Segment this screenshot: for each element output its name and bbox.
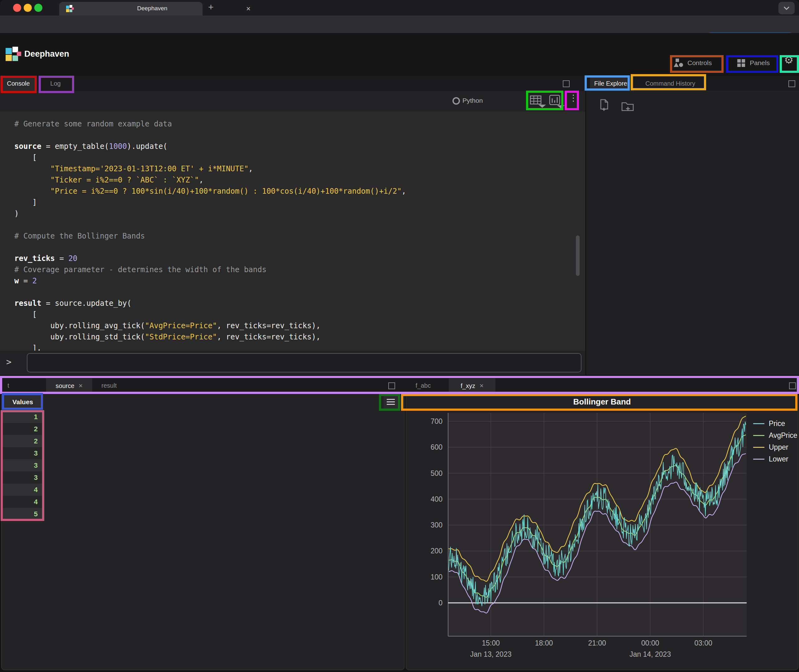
- python-label: Python: [462, 97, 483, 104]
- svg-text:200: 200: [431, 547, 443, 555]
- svg-text:00:00: 00:00: [641, 639, 659, 647]
- legend-item-avgprice[interactable]: AvgPrice: [753, 429, 797, 441]
- svg-text:03:00: 03:00: [694, 639, 712, 647]
- legend-item-upper[interactable]: Upper: [753, 441, 797, 453]
- tab-source-close-icon[interactable]: ×: [79, 382, 83, 390]
- console-prompt: >: [6, 357, 11, 367]
- files-tabstrip: File Explorer Command History: [586, 76, 799, 91]
- svg-text:0: 0: [438, 599, 443, 607]
- code-editor[interactable]: # Generate some random example data sour…: [0, 112, 585, 350]
- window-close-button[interactable]: [13, 4, 21, 12]
- table-row[interactable]: 4: [3, 496, 43, 508]
- code-content: # Generate some random example data sour…: [14, 118, 406, 350]
- app-logo: [6, 47, 21, 62]
- panels-label: Panels: [750, 59, 770, 67]
- console-tabstrip: Console Log: [0, 76, 585, 91]
- values-table-panel: Values 122333445: [1, 393, 404, 670]
- table-row[interactable]: 3: [3, 459, 43, 472]
- tab-f-xyz-label: f_xyz: [460, 382, 475, 389]
- svg-text:18:00: 18:00: [535, 639, 553, 647]
- table-row[interactable]: 3: [3, 472, 43, 483]
- svg-text:21:00: 21:00: [588, 639, 606, 647]
- legend-label: Lower: [769, 455, 788, 463]
- chevron-down-icon: [785, 7, 789, 10]
- legend-swatch: [753, 435, 764, 436]
- window-titlebar: Deephaven × +: [0, 0, 799, 16]
- new-file-button[interactable]: [599, 99, 610, 112]
- tab-t[interactable]: t: [0, 378, 40, 393]
- tab-result[interactable]: result: [93, 378, 125, 393]
- files-maximize-icon[interactable]: [788, 80, 795, 87]
- console-input[interactable]: [27, 353, 581, 373]
- new-tab-button[interactable]: +: [208, 2, 214, 13]
- svg-text:Jan 13, 2023: Jan 13, 2023: [470, 650, 511, 658]
- console-input-row: >: [0, 350, 585, 375]
- browser-toolbar: ← → localhost:10000/ide/ E Relaunch to u…: [0, 16, 799, 33]
- table-row[interactable]: 3: [3, 447, 43, 459]
- console-maximize-icon[interactable]: [563, 80, 570, 87]
- app-header: Deephaven Controls Panels ⚙: [0, 33, 799, 76]
- values-column-header[interactable]: Values: [3, 395, 43, 410]
- svg-text:600: 600: [431, 443, 443, 451]
- svg-text:300: 300: [431, 521, 443, 529]
- table-row[interactable]: 2: [3, 435, 43, 447]
- tab-source[interactable]: source×: [46, 378, 92, 393]
- tab-f-abc[interactable]: f_abc: [408, 378, 438, 393]
- tab-console[interactable]: Console: [0, 76, 37, 91]
- tab-f-xyz-close-icon[interactable]: ×: [480, 382, 484, 390]
- browser-tab[interactable]: Deephaven ×: [59, 2, 202, 16]
- open-chart-button[interactable]: [549, 94, 566, 108]
- settings-gear-icon[interactable]: ⚙: [784, 54, 793, 66]
- table-row[interactable]: 4: [3, 483, 43, 496]
- tab-file-explorer[interactable]: File Explorer: [590, 76, 634, 91]
- legend-swatch: [753, 459, 764, 460]
- legend-swatch: [753, 447, 764, 448]
- svg-text:500: 500: [431, 469, 443, 477]
- tab-favicon: [66, 5, 74, 13]
- legend-item-lower[interactable]: Lower: [753, 453, 797, 465]
- legend-item-price[interactable]: Price: [753, 418, 797, 429]
- tab-search-button[interactable]: [778, 2, 795, 14]
- python-status-icon: [452, 97, 460, 105]
- new-folder-button[interactable]: [621, 100, 635, 112]
- table-row[interactable]: 5: [3, 508, 43, 520]
- caret-down-icon: [539, 105, 546, 108]
- tab-title: Deephaven: [137, 5, 167, 12]
- legend-label: Price: [769, 419, 785, 428]
- open-table-button[interactable]: [530, 94, 548, 108]
- editor-scrollbar[interactable]: [576, 235, 579, 276]
- bollinger-chart[interactable]: 010020030040050060070015:0018:0021:0000:…: [406, 409, 798, 670]
- window-zoom-button[interactable]: [34, 4, 42, 12]
- panels-grid-icon: [737, 59, 745, 67]
- svg-text:700: 700: [431, 417, 443, 426]
- chart-legend: PriceAvgPriceUpperLower: [753, 418, 797, 465]
- legend-swatch: [753, 423, 764, 424]
- controls-label: Controls: [687, 59, 712, 67]
- svg-text:15:00: 15:00: [482, 639, 500, 647]
- console-overflow-menu-icon[interactable]: ⋮: [569, 93, 578, 103]
- svg-text:400: 400: [431, 495, 443, 503]
- table-row[interactable]: 1: [3, 411, 43, 423]
- svg-text:100: 100: [431, 573, 443, 581]
- tab-f-xyz[interactable]: f_xyz×: [449, 378, 496, 393]
- shapes-icon: [674, 59, 683, 68]
- chart-title: Bollinger Band: [406, 397, 798, 407]
- window-minimize-button[interactable]: [24, 4, 32, 12]
- bollinger-chart-panel: Bollinger Band 010020030040050060070015:…: [406, 393, 798, 670]
- svg-text:Jan 14, 2023: Jan 14, 2023: [629, 650, 671, 658]
- legend-label: Upper: [769, 443, 788, 451]
- tab-close-icon[interactable]: ×: [246, 4, 250, 13]
- left-stack-maximize-icon[interactable]: [388, 382, 395, 389]
- table-menu-button[interactable]: [383, 395, 398, 409]
- console-toolbar: Python 4.0 GB ⋮: [0, 91, 585, 112]
- values-table-body: 122333445: [3, 411, 43, 520]
- tab-log[interactable]: Log: [37, 76, 74, 91]
- right-stack-maximize-icon[interactable]: [789, 382, 796, 389]
- tab-source-label: source: [56, 382, 74, 389]
- legend-label: AvgPrice: [769, 431, 797, 440]
- table-row[interactable]: 2: [3, 423, 43, 435]
- caret-down-icon: [557, 105, 565, 108]
- app-title: Deephaven: [24, 49, 69, 59]
- bottom-tabstrip: t source× result f_abc f_xyz×: [0, 378, 799, 393]
- tab-command-history[interactable]: Command History: [634, 76, 706, 91]
